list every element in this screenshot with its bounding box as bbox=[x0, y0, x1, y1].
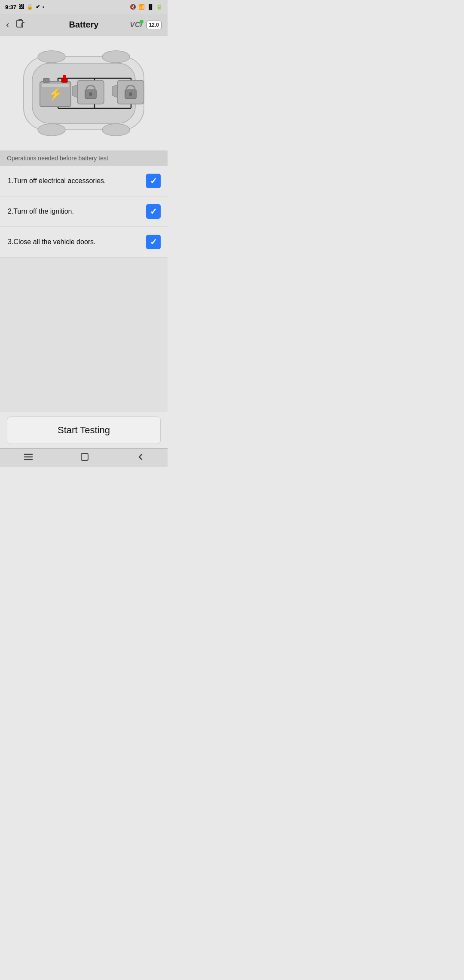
svg-point-25 bbox=[129, 92, 132, 96]
checklist-text-1: 1.Turn off electrical accessories. bbox=[8, 177, 146, 185]
nav-right: VCI 12.0 bbox=[130, 21, 162, 29]
voltage-value: 12.0 bbox=[149, 22, 159, 28]
export-button[interactable] bbox=[15, 18, 25, 31]
signal-icon: ▐▌ bbox=[147, 4, 154, 9]
status-bar: 9:37 🖼 🔒 ✔ • 🔇 📶 ▐▌ 🔋 bbox=[0, 0, 168, 14]
checklist-container: 1.Turn off electrical accessories. 2.Tur… bbox=[0, 166, 168, 257]
svg-point-6 bbox=[102, 51, 130, 63]
mute-icon: 🔇 bbox=[130, 4, 136, 10]
battery-icon: 🔋 bbox=[156, 4, 162, 10]
car-diagram: ⚡ bbox=[11, 44, 157, 143]
operations-header: Operations needed before battery test bbox=[0, 150, 168, 166]
lock-icon: 🔒 bbox=[27, 4, 33, 10]
checkbox-3[interactable] bbox=[146, 235, 161, 249]
svg-rect-17 bbox=[42, 84, 69, 87]
svg-rect-14 bbox=[61, 78, 67, 83]
checklist-text-2: 2.Turn off the ignition. bbox=[8, 208, 146, 215]
svg-point-4 bbox=[102, 124, 130, 136]
empty-content-area bbox=[0, 257, 168, 412]
back-button[interactable]: ‹ bbox=[6, 20, 9, 30]
bottom-nav bbox=[0, 448, 168, 467]
svg-point-15 bbox=[63, 75, 66, 78]
car-diagram-area: ⚡ bbox=[0, 36, 168, 150]
start-testing-button[interactable]: Start Testing bbox=[7, 416, 161, 444]
svg-point-21 bbox=[89, 92, 92, 96]
checklist-item-2[interactable]: 2.Turn off the ignition. bbox=[0, 196, 168, 227]
checklist-item-3[interactable]: 3.Close all the vehicle doors. bbox=[0, 227, 168, 257]
bottom-home-button[interactable] bbox=[70, 450, 100, 466]
svg-text:⚡: ⚡ bbox=[48, 87, 63, 101]
operations-header-text: Operations needed before battery test bbox=[7, 155, 108, 162]
dot-icon: • bbox=[43, 5, 44, 9]
vci-connected-dot bbox=[140, 20, 143, 24]
svg-rect-29 bbox=[81, 453, 88, 460]
bottom-back-button[interactable] bbox=[125, 450, 155, 466]
svg-point-3 bbox=[38, 124, 65, 136]
wifi-icon: 📶 bbox=[138, 4, 145, 10]
checklist-text-3: 3.Close all the vehicle doors. bbox=[8, 238, 146, 246]
time-display: 9:37 bbox=[5, 4, 16, 10]
checkbox-2[interactable] bbox=[146, 204, 161, 219]
bottom-menu-button[interactable] bbox=[13, 450, 44, 466]
status-left: 9:37 🖼 🔒 ✔ • bbox=[5, 4, 44, 10]
main-content: ⚡ bbox=[0, 36, 168, 448]
status-right: 🔇 📶 ▐▌ 🔋 bbox=[130, 4, 162, 10]
checklist-item-1[interactable]: 1.Turn off electrical accessories. bbox=[0, 166, 168, 196]
voltage-display: 12.0 bbox=[147, 21, 162, 29]
photo-icon: 🖼 bbox=[19, 4, 24, 10]
nav-bar: ‹ Battery VCI 12.0 bbox=[0, 14, 168, 36]
checkbox-1[interactable] bbox=[146, 174, 161, 188]
svg-point-5 bbox=[38, 51, 65, 63]
svg-marker-23 bbox=[112, 85, 117, 98]
svg-marker-19 bbox=[72, 85, 77, 98]
vci-indicator: VCI bbox=[130, 21, 142, 29]
svg-rect-13 bbox=[43, 78, 49, 83]
check-icon: ✔ bbox=[36, 4, 40, 10]
page-title: Battery bbox=[69, 20, 99, 30]
nav-left: ‹ bbox=[6, 18, 25, 31]
